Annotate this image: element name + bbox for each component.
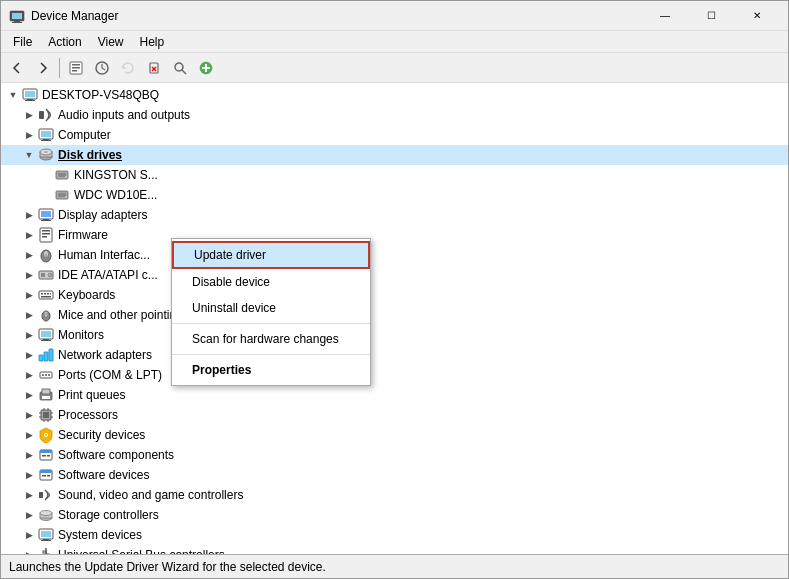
expand-software-devices[interactable]: ▶ xyxy=(21,467,37,483)
svg-rect-21 xyxy=(39,111,44,119)
rollback-button[interactable] xyxy=(116,56,140,80)
expand-hid[interactable]: ▶ xyxy=(21,247,37,263)
monitors-label: Monitors xyxy=(58,328,104,342)
ctx-scan-hardware[interactable]: Scan for hardware changes xyxy=(172,326,370,352)
tree-disk-drives[interactable]: ▼ Disk drives xyxy=(1,145,788,165)
expand-print[interactable]: ▶ xyxy=(21,387,37,403)
expand-mice[interactable]: ▶ xyxy=(21,307,37,323)
expand-storage[interactable]: ▶ xyxy=(21,507,37,523)
uninstall-button[interactable] xyxy=(142,56,166,80)
tree-hid[interactable]: ▶ Human Interfac... xyxy=(1,245,788,265)
scan-button[interactable] xyxy=(168,56,192,80)
svg-rect-24 xyxy=(43,139,49,140)
menu-action[interactable]: Action xyxy=(40,31,89,53)
svg-rect-91 xyxy=(42,475,46,477)
expand-processors[interactable]: ▶ xyxy=(21,407,37,423)
svg-rect-37 xyxy=(41,211,51,217)
update-driver-toolbar-button[interactable] xyxy=(90,56,114,80)
back-button[interactable] xyxy=(5,56,29,80)
computer-icon xyxy=(21,86,39,104)
storage-icon xyxy=(37,506,55,524)
network-label: Network adapters xyxy=(58,348,152,362)
network-icon xyxy=(37,346,55,364)
tree-system[interactable]: ▶ System devices xyxy=(1,525,788,545)
device-manager-window: Device Manager — ☐ ✕ File Action View He… xyxy=(0,0,789,579)
expand-firmware[interactable]: ▶ xyxy=(21,227,37,243)
svg-rect-52 xyxy=(44,293,46,295)
expand-security[interactable]: ▶ xyxy=(21,427,37,443)
close-button[interactable]: ✕ xyxy=(734,2,780,30)
tree-computer[interactable]: ▶ Computer xyxy=(1,125,788,145)
tree-processors[interactable]: ▶ Processors xyxy=(1,405,788,425)
svg-rect-20 xyxy=(25,100,35,101)
maximize-button[interactable]: ☐ xyxy=(688,2,734,30)
tree-monitors[interactable]: ▶ Monitors xyxy=(1,325,788,345)
expand-usb[interactable]: ▶ xyxy=(21,547,37,554)
expand-audio[interactable]: ▶ xyxy=(21,107,37,123)
expand-disk[interactable]: ▼ xyxy=(21,147,37,163)
tree-print[interactable]: ▶ Print queues xyxy=(1,385,788,405)
minimize-button[interactable]: — xyxy=(642,2,688,30)
tree-audio[interactable]: ▶ Audio inputs and outputs xyxy=(1,105,788,125)
tree-storage[interactable]: ▶ Storage controllers xyxy=(1,505,788,525)
status-bar: Launches the Update Driver Wizard for th… xyxy=(1,554,788,578)
system-icon xyxy=(37,526,55,544)
tree-network[interactable]: ▶ Network adapters xyxy=(1,345,788,365)
tree-mice[interactable]: ▶ Mice and other pointing devices xyxy=(1,305,788,325)
tree-ide[interactable]: ▶ IDE ATA/ATAPI c... xyxy=(1,265,788,285)
processor-icon xyxy=(37,406,55,424)
expand-root[interactable]: ▼ xyxy=(5,87,21,103)
expand-network[interactable]: ▶ xyxy=(21,347,37,363)
expand-ide[interactable]: ▶ xyxy=(21,267,37,283)
tree-security[interactable]: ▶ Security devices xyxy=(1,425,788,445)
ctx-update-driver[interactable]: Update driver xyxy=(172,241,370,269)
forward-button[interactable] xyxy=(31,56,55,80)
wdc-label: WDC WD10E... xyxy=(74,188,157,202)
kingston-label: KINGSTON S... xyxy=(74,168,158,182)
svg-rect-99 xyxy=(43,539,49,540)
ctx-disable-device[interactable]: Disable device xyxy=(172,269,370,295)
tree-ports[interactable]: ▶ Ports (COM & LPT) xyxy=(1,365,788,385)
tree-software-components[interactable]: ▶ Software components xyxy=(1,445,788,465)
system-label: System devices xyxy=(58,528,142,542)
tree-usb[interactable]: ▶ Universal Serial Bus controllers xyxy=(1,545,788,554)
tree-display[interactable]: ▶ Display adapters xyxy=(1,205,788,225)
svg-rect-87 xyxy=(42,455,46,457)
tree-kingston[interactable]: ▶ KINGSTON S... xyxy=(1,165,788,185)
svg-rect-93 xyxy=(39,492,43,498)
window-controls: — ☐ ✕ xyxy=(642,2,780,30)
tree-wdc[interactable]: ▶ WDC WD10E... xyxy=(1,185,788,205)
expand-software-components[interactable]: ▶ xyxy=(21,447,37,463)
menu-view[interactable]: View xyxy=(90,31,132,53)
menu-file[interactable]: File xyxy=(5,31,40,53)
svg-rect-31 xyxy=(58,173,66,177)
svg-rect-48 xyxy=(41,273,45,277)
svg-point-35 xyxy=(65,196,67,198)
storage-label: Storage controllers xyxy=(58,508,159,522)
expand-system[interactable]: ▶ xyxy=(21,527,37,543)
expand-monitors[interactable]: ▶ xyxy=(21,327,37,343)
ctx-properties[interactable]: Properties xyxy=(172,357,370,383)
tree-root[interactable]: ▼ DESKTOP-VS48QBQ xyxy=(1,85,788,105)
ctx-uninstall-device[interactable]: Uninstall device xyxy=(172,295,370,321)
expand-computer[interactable]: ▶ xyxy=(21,127,37,143)
add-hardware-button[interactable] xyxy=(194,56,218,80)
properties-button[interactable] xyxy=(64,56,88,80)
security-icon xyxy=(37,426,55,444)
tree-keyboards[interactable]: ▶ Keyboards xyxy=(1,285,788,305)
expand-display[interactable]: ▶ xyxy=(21,207,37,223)
toolbar-separator-1 xyxy=(59,58,60,78)
tree-sound[interactable]: ▶ Sound, video and game controllers xyxy=(1,485,788,505)
svg-rect-74 xyxy=(43,412,49,418)
svg-rect-3 xyxy=(12,22,22,23)
expand-ports[interactable]: ▶ xyxy=(21,367,37,383)
expand-keyboards[interactable]: ▶ xyxy=(21,287,37,303)
expand-sound[interactable]: ▶ xyxy=(21,487,37,503)
device-tree[interactable]: ▼ DESKTOP-VS48QBQ ▶ xyxy=(1,83,788,554)
menu-help[interactable]: Help xyxy=(132,31,173,53)
svg-point-49 xyxy=(48,273,52,277)
svg-rect-88 xyxy=(47,455,50,457)
tree-software-devices[interactable]: ▶ Software devices xyxy=(1,465,788,485)
svg-rect-54 xyxy=(50,293,51,295)
tree-firmware[interactable]: ▶ Firmware xyxy=(1,225,788,245)
